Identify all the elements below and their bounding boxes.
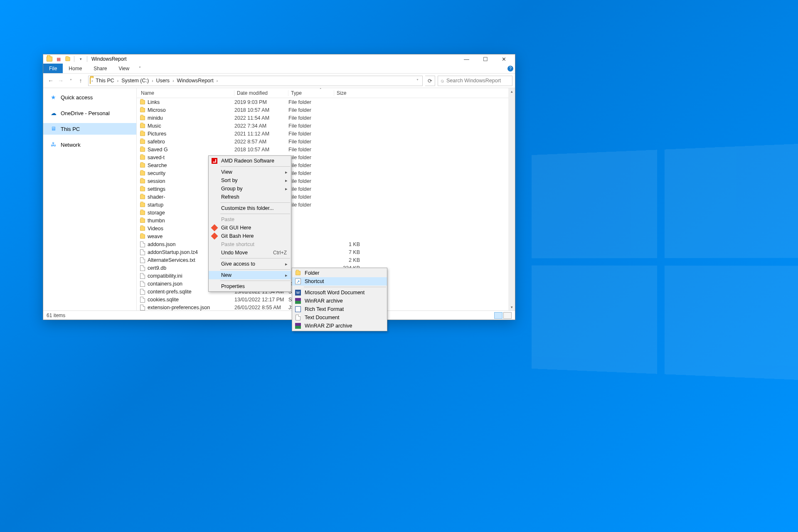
table-row[interactable]: startup2022 8:57 AMFile folder (137, 201, 515, 209)
folder-icon (295, 270, 301, 276)
qat-properties-icon[interactable]: ▦ (55, 56, 62, 62)
menu-label: Text Document (305, 315, 339, 320)
menu-item-text-document[interactable]: Text Document (292, 313, 387, 322)
breadcrumb[interactable]: This PC (94, 78, 116, 84)
help-button[interactable]: ? (506, 64, 515, 73)
table-row[interactable]: Links2019 9:03 PMFile folder (137, 98, 515, 106)
scroll-up-icon[interactable]: ▴ (508, 88, 515, 95)
menu-item-group-by[interactable]: Group by▸ (209, 185, 291, 193)
minimize-button[interactable]: — (457, 54, 476, 64)
table-row[interactable]: AlternateServices.txt26/012 KB (137, 256, 515, 264)
ribbon-expand-icon[interactable]: ˅ (135, 64, 144, 73)
item-count: 61 items (47, 313, 65, 318)
word-icon: W (295, 289, 301, 296)
file-name: Saved G (148, 147, 234, 153)
title-bar[interactable]: ▦ ▾ WindowsReport — ☐ ✕ (43, 54, 515, 64)
table-row[interactable]: minidu2022 11:54 AMFile folder (137, 114, 515, 122)
file-name: Links (148, 99, 234, 105)
table-row[interactable]: Saved G2018 10:57 AMFile folder (137, 145, 515, 153)
file-type: File folder (288, 123, 334, 129)
table-row[interactable]: storage (137, 209, 515, 217)
pic-icon (139, 131, 146, 137)
qat-dropdown-icon[interactable]: ▾ (77, 56, 84, 62)
view-details-button[interactable] (494, 312, 502, 319)
breadcrumb[interactable]: Users (154, 78, 172, 84)
breadcrumb[interactable]: WindowsReport (175, 78, 215, 84)
menu-item-customize-this-folder-[interactable]: Customize this folder... (209, 204, 291, 212)
menu-item-git-bash-here[interactable]: Git Bash Here (209, 232, 291, 240)
table-row[interactable]: saved-t2022 8:57 AMFile folder (137, 153, 515, 161)
table-row[interactable]: weave26/01 (137, 232, 515, 240)
menu-item-paste-shortcut: Paste shortcut (209, 240, 291, 249)
menu-item-give-access-to[interactable]: Give access to▸ (209, 260, 291, 268)
menu-accelerator: Ctrl+Z (273, 250, 287, 256)
menu-item-view[interactable]: View▸ (209, 168, 291, 176)
table-row[interactable]: Pictures2021 11:12 AMFile folder (137, 130, 515, 138)
menu-item-undo-move[interactable]: Undo MoveCtrl+Z (209, 249, 291, 257)
close-button[interactable]: ✕ (495, 54, 513, 64)
file-type: File folder (288, 178, 334, 184)
menu-item-winrar-archive[interactable]: WinRAR archive (292, 297, 387, 305)
tab-file[interactable]: File (43, 64, 63, 73)
menu-item-sort-by[interactable]: Sort by▸ (209, 176, 291, 185)
search-input[interactable]: ⌕ Search WindowsReport (438, 76, 512, 86)
forward-button[interactable]: → (56, 76, 66, 86)
column-size[interactable]: Size (334, 90, 363, 96)
address-bar[interactable]: › This PC› System (C:)› Users› WindowsRe… (88, 76, 423, 86)
tab-view[interactable]: View (113, 64, 135, 73)
menu-item-amd-radeon-software[interactable]: AMD Radeon Software (209, 157, 291, 165)
refresh-button[interactable]: ⟳ (425, 76, 435, 86)
menu-item-rich-text-format[interactable]: Rich Text Format (292, 305, 387, 313)
menu-item-winrar-zip-archive[interactable]: WinRAR ZIP archive (292, 322, 387, 330)
star-icon: ★ (51, 94, 57, 101)
table-row[interactable]: Music2022 7:34 AMFile folder (137, 122, 515, 130)
back-button[interactable]: ← (46, 76, 56, 86)
menu-item-microsoft-word-document[interactable]: WMicrosoft Word Document (292, 288, 387, 297)
file-explorer-window: ▦ ▾ WindowsReport — ☐ ✕ File Home Share … (43, 54, 515, 320)
sidebar-item-onedrive[interactable]: ☁OneDrive - Personal (43, 107, 136, 119)
sidebar-item-this-pc[interactable]: 🖥This PC (43, 123, 136, 135)
menu-item-git-gui-here[interactable]: Git GUI Here (209, 224, 291, 232)
txt-icon (295, 314, 301, 321)
file-date: 2021 11:12 AM (234, 131, 288, 137)
menu-item-refresh[interactable]: Refresh (209, 193, 291, 201)
menu-item-shortcut[interactable]: ↗Shortcut (292, 277, 387, 286)
file-name: cookies.sqlite (148, 297, 234, 303)
column-type[interactable]: Type (288, 90, 334, 96)
tab-home[interactable]: Home (63, 64, 88, 73)
address-dropdown-icon[interactable]: ˅ (414, 79, 421, 83)
table-row[interactable]: session2022 8:57 AMFile folder (137, 177, 515, 185)
table-row[interactable]: shader-2022 8:55 AMFile folder (137, 193, 515, 201)
table-row[interactable]: safebro2022 8:57 AMFile folder (137, 138, 515, 145)
folder-icon (46, 56, 53, 62)
view-large-button[interactable] (503, 312, 512, 319)
file-name: Music (148, 123, 234, 129)
table-row[interactable]: Microso2018 10:57 AMFile folder (137, 106, 515, 114)
recent-dropdown-icon[interactable]: ˅ (66, 76, 76, 86)
breadcrumb[interactable]: System (C:) (119, 78, 151, 84)
table-row[interactable]: thumbn (137, 217, 515, 224)
vertical-scrollbar[interactable]: ▴ ▾ (508, 88, 515, 310)
table-row[interactable]: Videos (137, 224, 515, 232)
column-name[interactable]: Name (137, 90, 234, 96)
menu-label: WinRAR archive (305, 298, 343, 304)
column-date[interactable]: Date modified (234, 90, 288, 96)
table-row[interactable]: security2022 11:54 AMFile folder (137, 169, 515, 177)
table-row[interactable]: addons.json13/011 KB (137, 240, 515, 248)
qat-newfolder-icon[interactable] (64, 56, 71, 62)
menu-item-properties[interactable]: Properties (209, 282, 291, 291)
file-name: Pictures (148, 131, 234, 137)
up-button[interactable]: ↑ (76, 76, 86, 86)
sidebar-item-network[interactable]: 🖧Network (43, 139, 136, 150)
table-row[interactable]: settings2022 11:54 AMFile folder (137, 185, 515, 193)
maximize-button[interactable]: ☐ (476, 54, 495, 64)
sidebar-item-quick-access[interactable]: ★Quick access (43, 91, 136, 103)
menu-label: Git GUI Here (221, 225, 251, 231)
table-row[interactable]: Searche2021 11:11 AMFile folder (137, 161, 515, 169)
menu-item-new[interactable]: New▸ (209, 271, 291, 279)
scroll-down-icon[interactable]: ▾ (508, 304, 515, 310)
table-row[interactable]: addonStartup.json.lz426/017 KB (137, 248, 515, 256)
tab-share[interactable]: Share (88, 64, 113, 73)
menu-item-folder[interactable]: Folder (292, 269, 387, 277)
file-date: 2018 10:57 AM (234, 107, 288, 113)
